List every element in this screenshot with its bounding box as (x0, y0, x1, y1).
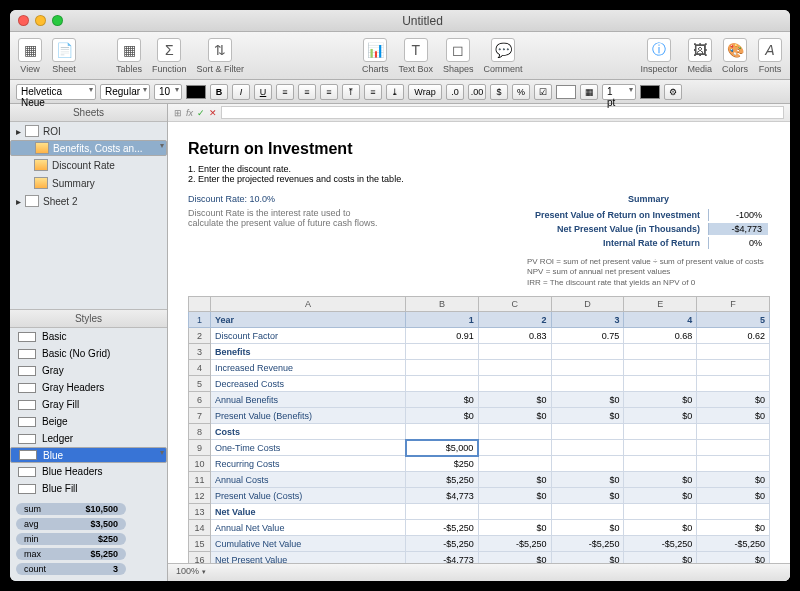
italic-button[interactable]: I (232, 84, 250, 100)
style-item[interactable]: Gray Headers (10, 379, 167, 396)
function-button[interactable]: ΣFunction (152, 38, 187, 74)
style-item[interactable]: Gray (10, 362, 167, 379)
summary-block: Summary Present Value of Return on Inves… (527, 194, 770, 288)
zoom-icon[interactable] (52, 15, 63, 26)
percent-button[interactable]: % (512, 84, 530, 100)
sort-filter-button[interactable]: ⇅Sort & Filter (197, 38, 245, 74)
view-button[interactable]: ▦View (18, 38, 42, 74)
titlebar: Untitled (10, 10, 790, 32)
media-button[interactable]: 🖼Media (687, 38, 712, 74)
stat-sum: sum$10,500 (16, 503, 126, 515)
stat-max: max$5,250 (16, 548, 126, 560)
style-item[interactable]: Blue Fill (10, 480, 167, 497)
page-title: Return on Investment (188, 140, 770, 158)
currency-button[interactable]: $ (490, 84, 508, 100)
discount-rate-value[interactable]: 10.0% (250, 194, 276, 204)
style-item[interactable]: Gray Fill (10, 396, 167, 413)
fill-color[interactable] (556, 85, 576, 99)
sidebar-item[interactable]: ▸ ROI (10, 122, 167, 140)
action-button[interactable]: ⚙ (664, 84, 682, 100)
borders-button[interactable]: ▦ (580, 84, 598, 100)
charts-button[interactable]: 📊Charts (362, 38, 389, 74)
discount-rate-desc: Discount Rate is the interest rate used … (188, 208, 388, 228)
fonts-button[interactable]: AFonts (758, 38, 782, 74)
style-item[interactable]: Ledger (10, 430, 167, 447)
size-select[interactable]: 10 (154, 84, 182, 100)
close-icon[interactable] (18, 15, 29, 26)
discount-rate-label: Discount Rate: (188, 194, 247, 204)
bold-button[interactable]: B (210, 84, 228, 100)
shapes-button[interactable]: ◻Shapes (443, 38, 474, 74)
format-bar: Helvetica Neue Regular 10 B I U ≡ ≡ ≡ ⤒ … (10, 80, 790, 104)
align-top-button[interactable]: ⤒ (342, 84, 360, 100)
style-item[interactable]: Basic (No Grid) (10, 345, 167, 362)
style-item[interactable]: Blue Headers (10, 463, 167, 480)
main-toolbar: ▦View 📄Sheet ▦Tables ΣFunction ⇅Sort & F… (10, 32, 790, 80)
tables-button[interactable]: ▦Tables (116, 38, 142, 74)
document-canvas[interactable]: Return on Investment 1. Enter the discou… (168, 122, 790, 563)
styles-header: Styles (10, 310, 167, 328)
wrap-button[interactable]: Wrap (408, 84, 442, 100)
align-middle-button[interactable]: ≡ (364, 84, 382, 100)
decimal-button[interactable]: .0 (446, 84, 464, 100)
app-window: Untitled ▦View 📄Sheet ▦Tables ΣFunction … (10, 10, 790, 581)
font-select[interactable]: Helvetica Neue (16, 84, 96, 100)
stat-count: count3 (16, 563, 126, 575)
stat-min: min$250 (16, 533, 126, 545)
sidebar-item[interactable]: ▸ Sheet 2 (10, 192, 167, 210)
underline-button[interactable]: U (254, 84, 272, 100)
formula-bar: ⊞ fx ✓ ✕ (168, 104, 790, 122)
sidebar: Sheets ▸ ROI Benefits, Costs an... Disco… (10, 104, 168, 581)
sidebar-item[interactable]: Discount Rate (10, 156, 167, 174)
align-center-button[interactable]: ≡ (298, 84, 316, 100)
minimize-icon[interactable] (35, 15, 46, 26)
stroke-select[interactable]: 1 pt (602, 84, 636, 100)
sheets-list: ▸ ROI Benefits, Costs an... Discount Rat… (10, 122, 167, 309)
style-item[interactable]: Blue (10, 447, 167, 463)
text-color[interactable] (186, 85, 206, 99)
stat-avg: avg$3,500 (16, 518, 126, 530)
stats-panel: sum$10,500 avg$3,500 min$250 max$5,250 c… (10, 497, 167, 581)
align-left-button[interactable]: ≡ (276, 84, 294, 100)
stroke-color[interactable] (640, 85, 660, 99)
accept-icon[interactable]: ✓ (197, 108, 205, 118)
spreadsheet-table[interactable]: ABCDEF1Year123452Discount Factor0.910.83… (188, 296, 770, 563)
style-item[interactable]: Basic (10, 328, 167, 345)
checkbox-button[interactable]: ☑ (534, 84, 552, 100)
sidebar-item[interactable]: Benefits, Costs an... (10, 140, 167, 156)
zoom-level[interactable]: 100% (176, 566, 199, 576)
intro-steps: 1. Enter the discount rate. 2. Enter the… (188, 164, 770, 184)
weight-select[interactable]: Regular (100, 84, 150, 100)
formula-input[interactable] (221, 106, 784, 119)
sidebar-item[interactable]: Summary (10, 174, 167, 192)
comment-button[interactable]: 💬Comment (484, 38, 523, 74)
colors-button[interactable]: 🎨Colors (722, 38, 748, 74)
window-title: Untitled (63, 14, 782, 28)
decimal2-button[interactable]: .00 (468, 84, 486, 100)
sheet-button[interactable]: 📄Sheet (52, 38, 76, 74)
style-item[interactable]: Beige (10, 413, 167, 430)
footer: 100% ▾ (168, 563, 790, 581)
cancel-icon[interactable]: ✕ (209, 108, 217, 118)
inspector-button[interactable]: ⓘInspector (640, 38, 677, 74)
align-right-button[interactable]: ≡ (320, 84, 338, 100)
align-bottom-button[interactable]: ⤓ (386, 84, 404, 100)
textbox-button[interactable]: TText Box (398, 38, 433, 74)
